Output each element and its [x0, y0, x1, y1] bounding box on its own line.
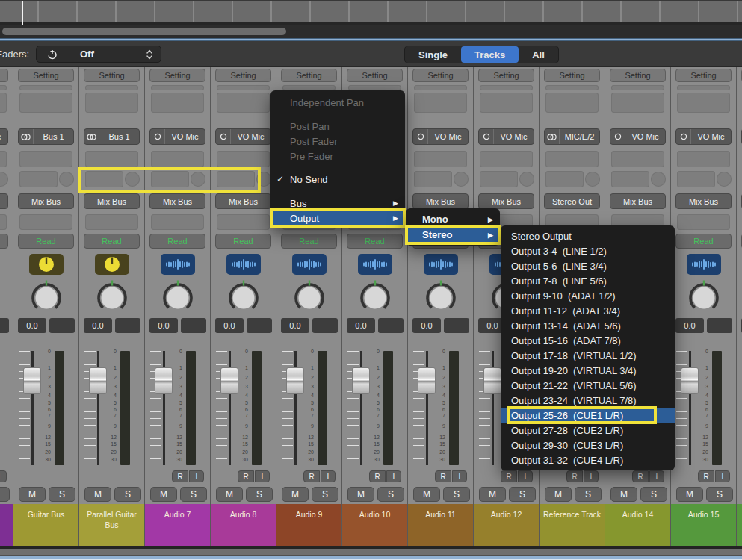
track-name[interactable]: Audio 8	[211, 504, 276, 546]
menu-item[interactable]: Output 27-28 (CUE2 L/R)	[501, 423, 675, 438]
menu-item[interactable]: Output 3-4 (LINE 1/2)	[501, 243, 675, 258]
gain-slot[interactable]	[677, 85, 730, 90]
menu-item[interactable]: Mono▶	[406, 211, 500, 227]
input-button[interactable]: VO Mic	[412, 128, 469, 145]
setting-button[interactable]: Setting	[84, 69, 140, 82]
solo-button[interactable]: S	[312, 487, 338, 502]
group-slot[interactable]	[19, 214, 72, 230]
menu-item[interactable]: Bus▶	[270, 196, 405, 211]
group-slot[interactable]	[217, 214, 270, 230]
audio-fx-slot[interactable]	[217, 93, 270, 113]
setting-button[interactable]: Setting	[610, 69, 666, 82]
track-name[interactable]: Audio 10	[342, 504, 407, 546]
volume-display[interactable]: 0.0	[281, 318, 309, 333]
send-slot[interactable]	[677, 171, 715, 187]
mute-button[interactable]: M	[216, 487, 243, 502]
audio-fx-slot[interactable]	[151, 93, 204, 113]
audio-fx-slot[interactable]	[0, 93, 7, 113]
input-button[interactable]: Bus 1	[84, 128, 140, 145]
mute-button[interactable]: M	[610, 487, 637, 502]
output-button[interactable]: Mix Bus	[675, 193, 732, 209]
audio-waveform-icon[interactable]	[292, 254, 327, 275]
input-button[interactable]: VO Mic	[149, 128, 205, 145]
menu-item[interactable]: Output▶	[270, 211, 405, 225]
input-button[interactable]: VO Mic	[215, 128, 271, 145]
gain-slot[interactable]	[545, 85, 599, 90]
menu-item[interactable]: Output 9-10 (ADAT 1/2)	[501, 288, 675, 303]
insert-slot[interactable]	[217, 151, 270, 167]
setting-button[interactable]: Setting	[215, 69, 271, 82]
volume-display[interactable]: 0.0	[149, 318, 178, 333]
volume-display[interactable]: 0.0	[347, 318, 375, 333]
menu-item[interactable]: Output 17-18 (VIRTUAL 1/2)	[501, 348, 675, 363]
menu-item[interactable]: Output 5-6 (LINE 3/4)	[501, 258, 675, 273]
track-name[interactable]: Audio 14	[605, 504, 670, 546]
automation-mode-button[interactable]: Read	[215, 234, 271, 249]
peak-display[interactable]	[378, 318, 404, 333]
solo-button[interactable]: S	[706, 487, 733, 502]
input-monitor-button[interactable]: I	[649, 470, 664, 482]
track-name[interactable]: Audio 9	[276, 504, 341, 546]
audio-waveform-icon[interactable]	[687, 254, 721, 275]
setting-button[interactable]: Setting	[149, 69, 205, 82]
mute-button[interactable]: M	[347, 487, 374, 502]
track-name[interactable]: Audio 11	[408, 504, 473, 546]
gain-slot[interactable]	[611, 85, 664, 90]
setting-button[interactable]: Setting	[478, 69, 534, 82]
pan-knob[interactable]	[95, 279, 129, 314]
record-enable-button[interactable]: R	[566, 470, 583, 482]
send-slot[interactable]	[480, 171, 518, 187]
input-monitor-button[interactable]: I	[189, 470, 204, 482]
setting-button[interactable]: Setting	[544, 69, 600, 82]
view-tracks-button[interactable]: Tracks	[461, 46, 519, 63]
insert-slot[interactable]	[19, 151, 72, 167]
volume-display[interactable]: 0.0	[412, 318, 441, 333]
insert-slot[interactable]	[414, 151, 467, 167]
input-monitor-button[interactable]: I	[584, 470, 599, 482]
input-button[interactable]: MIC/E/2	[544, 128, 600, 145]
peak-display[interactable]	[247, 318, 272, 333]
menu-item[interactable]: Stereo Output	[501, 228, 675, 243]
input-monitor-button[interactable]: I	[518, 470, 533, 482]
mute-button[interactable]: M	[282, 487, 309, 502]
track-name[interactable]: Audio 7	[145, 504, 210, 546]
track-name[interactable]	[0, 504, 13, 546]
menu-item[interactable]: Output 7-8 (LINE 5/6)	[501, 273, 675, 288]
view-all-button[interactable]: All	[519, 46, 558, 63]
insert-slot[interactable]	[0, 151, 7, 167]
audio-waveform-icon[interactable]	[358, 254, 392, 275]
send-slot[interactable]	[414, 171, 452, 187]
solo-button[interactable]: S	[49, 487, 75, 502]
solo-button[interactable]: S	[0, 487, 10, 502]
bus-knob-icon[interactable]	[95, 254, 129, 275]
send-slot[interactable]	[19, 171, 58, 187]
track-name[interactable]: Parallel Guitar Bus	[79, 504, 144, 546]
solo-button[interactable]: S	[509, 487, 536, 502]
audio-waveform-icon[interactable]	[226, 254, 261, 275]
audio-waveform-icon[interactable]	[424, 254, 458, 275]
audio-waveform-icon[interactable]	[161, 254, 195, 275]
send-knob[interactable]	[59, 172, 74, 187]
solo-button[interactable]: S	[443, 487, 470, 502]
insert-slot[interactable]	[545, 151, 599, 167]
solo-button[interactable]: S	[575, 487, 602, 502]
menu-item[interactable]: No Send✓	[270, 172, 405, 187]
mute-button[interactable]: M	[545, 487, 572, 502]
output-button[interactable]: Mix Bus	[478, 193, 534, 209]
input-monitor-button[interactable]: I	[715, 470, 730, 482]
input-monitor-button[interactable]: I	[321, 470, 336, 482]
insert-slot[interactable]	[480, 151, 533, 167]
menu-item[interactable]: Output 15-16 (ADAT 7/8)	[501, 333, 675, 348]
pan-knob[interactable]	[687, 279, 721, 314]
automation-mode-button[interactable]: Read	[347, 234, 403, 249]
setting-button[interactable]: Setting	[18, 69, 74, 82]
track-name[interactable]: Reference Track	[540, 504, 605, 546]
solo-button[interactable]: S	[246, 487, 273, 502]
mute-button[interactable]: M	[84, 487, 111, 502]
output-button[interactable]: Mix Bus	[610, 193, 666, 209]
audio-fx-slot[interactable]	[414, 93, 467, 113]
view-single-button[interactable]: Single	[405, 46, 461, 63]
group-slot[interactable]	[0, 214, 7, 230]
menu-item[interactable]: Output 29-30 (CUE3 L/R)	[501, 438, 675, 452]
send-knob[interactable]	[519, 172, 534, 187]
